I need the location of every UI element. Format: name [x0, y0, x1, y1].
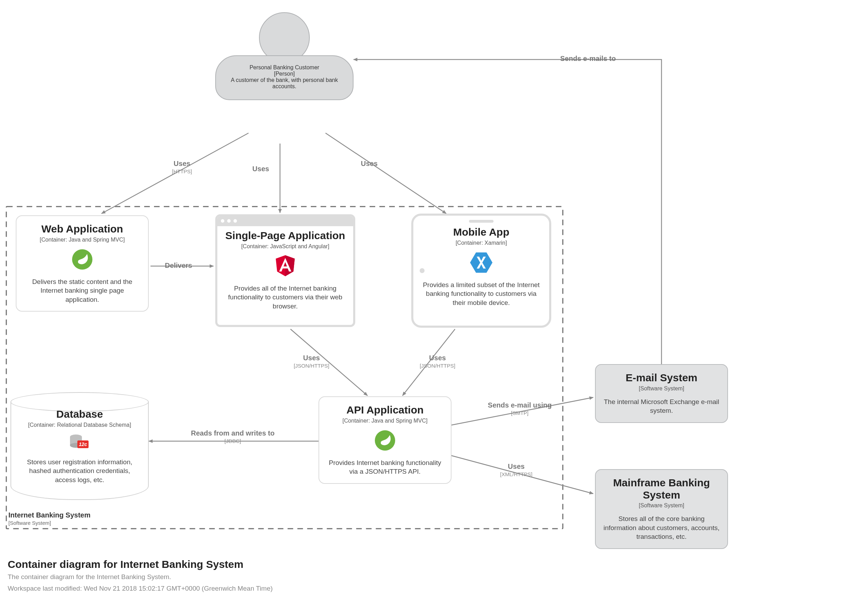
mobile-node: Mobile App [Container: Xamarin] Provides…: [415, 224, 548, 314]
person-desc: A customer of the bank, with personal ba…: [225, 77, 344, 90]
edge-mobile-api: Uses [JSON/HTTPS]: [409, 354, 465, 369]
mainframe-title: Mainframe Banking System: [602, 477, 721, 501]
api-desc: Provides Internet banking functionality …: [326, 458, 445, 476]
angular-icon: [225, 254, 346, 278]
api-node: API Application [Container: Java and Spr…: [318, 396, 451, 484]
web-stereo: [Container: Java and Spring MVC]: [23, 237, 142, 243]
email-desc: The internal Microsoft Exchange e-mail s…: [602, 398, 721, 415]
mobile-title: Mobile App: [421, 226, 541, 238]
edge-api-mainframe: Uses [XML/HTTPS]: [485, 462, 548, 477]
boundary-label: Internet Banking System [Software System…: [8, 511, 91, 526]
api-title: API Application: [326, 404, 445, 416]
edge-delivers: Delivers: [154, 261, 203, 270]
mainframe-node: Mainframe Banking System [Software Syste…: [595, 469, 728, 549]
diagram-subtitle: The container diagram for the Internet B…: [8, 572, 273, 582]
spa-stereo: [Container: JavaScript and Angular]: [225, 243, 346, 250]
email-title: E-mail System: [602, 372, 721, 384]
browser-titlebar: [217, 216, 353, 226]
person-stereo: [Person]: [225, 71, 344, 77]
edge-email-person: Sends e-mails to: [546, 54, 630, 63]
spa-node: Single-Page Application [Container: Java…: [219, 228, 352, 318]
spa-desc: Provides all of the Internet banking fun…: [225, 284, 346, 311]
browser-dots: [221, 219, 237, 223]
mainframe-stereo: [Software System]: [602, 502, 721, 509]
xamarin-icon: [421, 250, 541, 275]
person-title: Personal Banking Customer: [225, 64, 344, 71]
email-node: E-mail System [Software System] The inte…: [595, 364, 728, 423]
web-title: Web Application: [23, 223, 142, 235]
svg-line-3: [326, 133, 446, 214]
spring-icon: [23, 247, 142, 272]
diagram-footer: Container diagram for Internet Banking S…: [8, 558, 273, 593]
diagram-title: Container diagram for Internet Banking S…: [8, 558, 273, 570]
edge-uses-mobile: Uses: [353, 159, 385, 168]
db-node: Database [Container: Relational Database…: [12, 407, 147, 491]
web-desc: Delivers the static content and the Inte…: [23, 277, 142, 304]
edge-spa-api: Uses [JSON/HTTPS]: [284, 354, 339, 369]
mainframe-desc: Stores all of the core banking informati…: [602, 514, 721, 541]
api-stereo: [Container: Java and Spring MVC]: [326, 418, 445, 424]
spring-icon: [326, 428, 445, 453]
spa-title: Single-Page Application: [225, 230, 346, 242]
svg-text:12c: 12c: [79, 441, 87, 447]
oracle-icon: 12c: [19, 432, 141, 452]
web-application-node: Web Application [Container: Java and Spr…: [16, 215, 149, 312]
email-stereo: [Software System]: [602, 385, 721, 392]
edge-uses-spa: Uses: [245, 165, 276, 173]
mobile-stereo: [Container: Xamarin]: [421, 240, 541, 246]
db-stereo: [Container: Relational Database Schema]: [19, 422, 141, 428]
edge-api-email: Sends e-mail using [SMTP]: [485, 401, 555, 416]
mobile-speaker: [469, 220, 493, 223]
db-desc: Stores user registration information, ha…: [19, 458, 141, 485]
diagram-modified: Workspace last modified: Wed Nov 21 2018…: [8, 584, 273, 593]
edge-uses-web: Uses [HTTPS]: [161, 159, 203, 174]
person-node: Personal Banking Customer [Person] A cus…: [215, 55, 353, 100]
edge-api-db: Reads from and writes to [JDBC]: [191, 429, 275, 444]
db-title: Database: [19, 408, 141, 421]
mobile-desc: Provides a limited subset of the Interne…: [421, 280, 541, 308]
